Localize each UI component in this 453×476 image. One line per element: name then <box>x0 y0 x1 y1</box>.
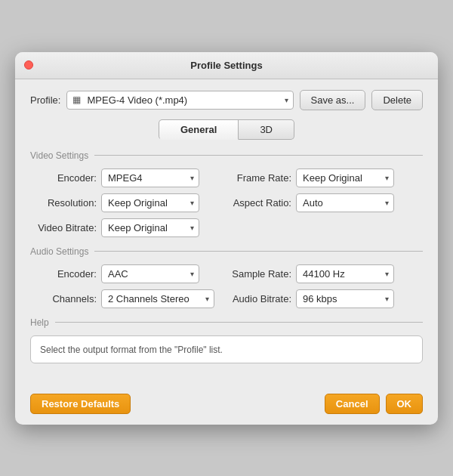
channels-label: Channels: <box>36 293 97 304</box>
resolution-label: Resolution: <box>36 197 97 209</box>
audio-bitrate-select[interactable]: 96 kbps 128 kbps 192 kbps <box>296 289 394 308</box>
resolution-row: Resolution: Keep Original 720p 1080p ▾ <box>36 193 222 212</box>
audio-settings-grid: Encoder: AAC MP3 Vorbis ▾ Sample Rate: <box>30 264 423 308</box>
video-settings-header: Video Settings <box>30 150 423 161</box>
sample-rate-row: Sample Rate: 44100 Hz 22050 Hz 48000 Hz … <box>231 264 417 283</box>
sample-rate-label: Sample Rate: <box>231 268 291 280</box>
sample-rate-select[interactable]: 44100 Hz 22050 Hz 48000 Hz <box>296 264 394 283</box>
title-bar: Profile Settings <box>15 52 438 79</box>
audio-encoder-label: Encoder: <box>36 268 97 280</box>
frame-rate-label: Frame Rate: <box>231 172 291 184</box>
help-header: Help <box>30 317 423 328</box>
frame-rate-select-wrap: Keep Original 24 30 ▾ <box>296 168 394 187</box>
video-settings-section: Video Settings Encoder: MPEG4 H.264 H.26… <box>30 150 423 237</box>
close-button[interactable] <box>24 60 33 70</box>
encoder-row: Encoder: MPEG4 H.264 H.265 ▾ <box>36 168 222 187</box>
audio-bitrate-select-wrap: 96 kbps 128 kbps 192 kbps ▾ <box>296 289 394 308</box>
encoder-select-wrap: MPEG4 H.264 H.265 ▾ <box>101 168 199 187</box>
video-settings-line <box>94 155 423 156</box>
channels-select-wrap: 2 Channels Stereo 1 Channel Mono ▾ <box>101 289 214 308</box>
frame-rate-select[interactable]: Keep Original 24 30 <box>296 168 394 187</box>
help-section: Help Select the output format from the "… <box>30 317 423 363</box>
profile-label: Profile: <box>30 94 60 106</box>
help-text: Select the output format from the "Profi… <box>40 345 223 355</box>
encoder-select[interactable]: MPEG4 H.264 H.265 <box>101 168 199 187</box>
window-title: Profile Settings <box>190 60 262 71</box>
audio-bitrate-row: Audio Bitrate: 96 kbps 128 kbps 192 kbps… <box>231 289 417 308</box>
video-settings-title: Video Settings <box>30 150 94 161</box>
audio-settings-title: Audio Settings <box>30 246 94 257</box>
audio-settings-section: Audio Settings Encoder: AAC MP3 Vorbis ▾ <box>30 246 423 308</box>
footer-right-buttons: Cancel OK <box>325 394 423 414</box>
audio-settings-line <box>94 251 423 252</box>
profile-settings-window: Profile Settings Profile: ▦ MPEG-4 Video… <box>15 52 438 425</box>
encoder-label: Encoder: <box>36 172 97 184</box>
video-settings-grid: Encoder: MPEG4 H.264 H.265 ▾ Frame Rate: <box>30 168 423 237</box>
audio-encoder-row: Encoder: AAC MP3 Vorbis ▾ <box>36 264 222 283</box>
audio-encoder-select-wrap: AAC MP3 Vorbis ▾ <box>101 264 199 283</box>
ok-button[interactable]: OK <box>386 394 424 414</box>
help-content: Select the output format from the "Profi… <box>30 335 423 363</box>
tab-3d[interactable]: 3D <box>239 119 294 140</box>
resolution-select-wrap: Keep Original 720p 1080p ▾ <box>101 193 199 212</box>
audio-settings-header: Audio Settings <box>30 246 423 257</box>
profile-row: Profile: ▦ MPEG-4 Video (*.mp4) ▾ Save a… <box>30 90 423 110</box>
channels-select[interactable]: 2 Channels Stereo 1 Channel Mono <box>101 289 214 308</box>
video-bitrate-select[interactable]: Keep Original 1000 kbps 2000 kbps <box>101 218 199 237</box>
profile-select[interactable]: MPEG-4 Video (*.mp4) <box>66 91 293 110</box>
audio-encoder-select[interactable]: AAC MP3 Vorbis <box>101 264 199 283</box>
video-bitrate-row: Video Bitrate: Keep Original 1000 kbps 2… <box>36 218 222 237</box>
grid-icon: ▦ <box>72 94 81 105</box>
channels-row: Channels: 2 Channels Stereo 1 Channel Mo… <box>36 289 222 308</box>
restore-defaults-button[interactable]: Restore Defaults <box>30 394 131 414</box>
tab-general[interactable]: General <box>159 119 239 140</box>
video-bitrate-select-wrap: Keep Original 1000 kbps 2000 kbps ▾ <box>101 218 199 237</box>
video-bitrate-label: Video Bitrate: <box>36 222 97 233</box>
resolution-select[interactable]: Keep Original 720p 1080p <box>101 193 199 212</box>
cancel-button[interactable]: Cancel <box>325 394 380 414</box>
sample-rate-select-wrap: 44100 Hz 22050 Hz 48000 Hz ▾ <box>296 264 394 283</box>
audio-bitrate-label: Audio Bitrate: <box>231 293 291 304</box>
aspect-ratio-select[interactable]: Auto 16:9 4:3 <box>296 193 394 212</box>
aspect-ratio-select-wrap: Auto 16:9 4:3 ▾ <box>296 193 394 212</box>
tabs-row: General 3D <box>30 119 423 140</box>
help-title: Help <box>30 317 55 328</box>
save-as-button[interactable]: Save as... <box>300 90 366 110</box>
frame-rate-row: Frame Rate: Keep Original 24 30 ▾ <box>231 168 417 187</box>
aspect-ratio-label: Aspect Ratio: <box>231 197 291 209</box>
aspect-ratio-row: Aspect Ratio: Auto 16:9 4:3 ▾ <box>231 193 417 212</box>
help-line <box>55 322 423 323</box>
profile-select-wrap: ▦ MPEG-4 Video (*.mp4) ▾ <box>66 91 293 110</box>
footer: Restore Defaults Cancel OK <box>15 386 438 425</box>
main-content: Profile: ▦ MPEG-4 Video (*.mp4) ▾ Save a… <box>15 79 438 386</box>
delete-button[interactable]: Delete <box>371 90 423 110</box>
